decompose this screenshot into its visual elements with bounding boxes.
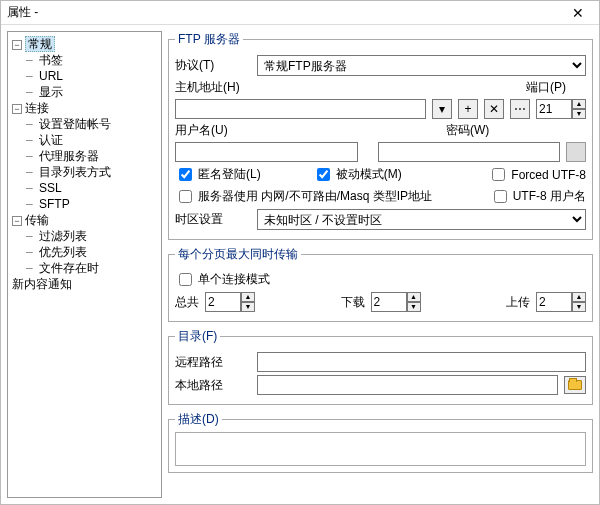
host-add-button[interactable]: + xyxy=(458,99,478,119)
down-label: 下载 xyxy=(341,294,365,311)
desc-input[interactable] xyxy=(175,432,586,466)
forced-utf8-checkbox[interactable]: Forced UTF-8 xyxy=(488,165,586,184)
host-dropdown-button[interactable]: ▾ xyxy=(432,99,452,119)
tree-listing[interactable]: 目录列表方式 xyxy=(39,165,111,179)
tree-notify[interactable]: 新内容通知 xyxy=(12,277,72,291)
desc-legend: 描述(D) xyxy=(175,411,222,428)
dirs-group: 目录(F) 远程路径 本地路径 xyxy=(168,328,593,405)
tree-bookmarks[interactable]: 书签 xyxy=(39,53,63,67)
tree-filter[interactable]: 过滤列表 xyxy=(39,229,87,243)
protocol-select[interactable]: 常规FTP服务器 xyxy=(257,55,586,76)
tree-transfer[interactable]: 传输 xyxy=(25,213,49,227)
tz-label: 时区设置 xyxy=(175,211,251,228)
remote-label: 远程路径 xyxy=(175,354,251,371)
host-label: 主机地址(H) xyxy=(175,79,251,96)
user-label: 用户名(U) xyxy=(175,122,251,139)
desc-group: 描述(D) xyxy=(168,411,593,473)
window-title: 属性 - xyxy=(7,4,38,21)
pass-reveal-button[interactable] xyxy=(566,142,586,162)
tree-login[interactable]: 设置登陆帐号 xyxy=(39,117,111,131)
concurrent-legend: 每个分页最大同时传输 xyxy=(175,246,301,263)
concurrent-group: 每个分页最大同时传输 单个连接模式 总共 ▲▼ 下载 ▲▼ 上传 ▲▼ xyxy=(168,246,593,322)
local-label: 本地路径 xyxy=(175,377,251,394)
tree-proxy[interactable]: 代理服务器 xyxy=(39,149,99,163)
tz-select[interactable]: 未知时区 / 不设置时区 xyxy=(257,209,586,230)
local-browse-button[interactable] xyxy=(564,376,586,394)
single-conn-checkbox[interactable]: 单个连接模式 xyxy=(175,270,270,289)
port-down[interactable]: ▼ xyxy=(572,109,586,119)
host-remove-button[interactable]: ✕ xyxy=(484,99,504,119)
tree-auth[interactable]: 认证 xyxy=(39,133,63,147)
tree-url[interactable]: URL xyxy=(39,69,63,83)
passive-checkbox[interactable]: 被动模式(M) xyxy=(313,165,402,184)
user-input[interactable] xyxy=(175,142,358,162)
close-button[interactable]: ✕ xyxy=(563,5,593,21)
tree-display[interactable]: 显示 xyxy=(39,85,63,99)
titlebar: 属性 - ✕ xyxy=(1,1,599,25)
port-label: 端口(P) xyxy=(526,79,586,96)
pass-label: 密码(W) xyxy=(446,122,586,139)
tree-sftp[interactable]: SFTP xyxy=(39,197,70,211)
collapse-icon[interactable]: − xyxy=(12,216,22,226)
port-up[interactable]: ▲ xyxy=(572,99,586,109)
tree-priority[interactable]: 优先列表 xyxy=(39,245,87,259)
total-label: 总共 xyxy=(175,294,199,311)
nav-tree[interactable]: −常规 –书签 –URL –显示 −连接 –设置登陆帐号 –认证 –代理服务器 … xyxy=(7,31,162,498)
host-input[interactable] xyxy=(175,99,426,119)
tree-exists[interactable]: 文件存在时 xyxy=(39,261,99,275)
tree-connect[interactable]: 连接 xyxy=(25,101,49,115)
protocol-label: 协议(T) xyxy=(175,57,251,74)
folder-icon xyxy=(568,380,582,390)
port-input[interactable] xyxy=(536,99,572,119)
collapse-icon[interactable]: − xyxy=(12,104,22,114)
local-input[interactable] xyxy=(257,375,558,395)
up-label: 上传 xyxy=(506,294,530,311)
masq-checkbox[interactable]: 服务器使用 内网/不可路由/Masq 类型IP地址 xyxy=(175,187,432,206)
ftp-legend: FTP 服务器 xyxy=(175,31,243,48)
total-input[interactable] xyxy=(205,292,241,312)
dirs-legend: 目录(F) xyxy=(175,328,220,345)
down-input[interactable] xyxy=(371,292,407,312)
ftp-group: FTP 服务器 协议(T) 常规FTP服务器 主机地址(H) 端口(P) ▾ + xyxy=(168,31,593,240)
tree-ssl[interactable]: SSL xyxy=(39,181,62,195)
utf8-user-checkbox[interactable]: UTF-8 用户名 xyxy=(490,187,586,206)
tree-general[interactable]: 常规 xyxy=(25,36,55,52)
remote-input[interactable] xyxy=(257,352,586,372)
pass-input[interactable] xyxy=(378,142,561,162)
host-browse-button[interactable]: ⋯ xyxy=(510,99,530,119)
anonymous-checkbox[interactable]: 匿名登陆(L) xyxy=(175,165,261,184)
collapse-icon[interactable]: − xyxy=(12,40,22,50)
up-input[interactable] xyxy=(536,292,572,312)
